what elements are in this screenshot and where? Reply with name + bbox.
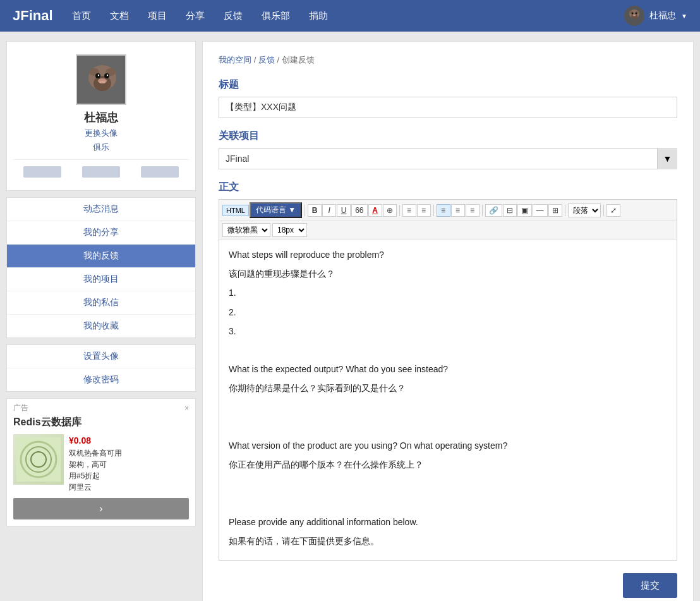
toolbar-link[interactable]: 🔗 [485, 204, 502, 217]
toolbar-list-unordered[interactable]: ≡ [417, 204, 431, 217]
toolbar-highlight[interactable]: ⊕ [383, 204, 397, 217]
ad-desc3: 用#5折起 [69, 470, 189, 482]
svg-point-6 [636, 13, 637, 15]
toolbar-format-select[interactable]: 段落 [568, 203, 601, 217]
toolbar-underline[interactable]: U [337, 204, 351, 217]
nav-club[interactable]: 俱乐部 [262, 10, 290, 22]
toolbar-align-left[interactable]: ≡ [437, 204, 450, 217]
toolbar-image[interactable]: ▣ [517, 204, 532, 217]
toolbar-unlink[interactable]: ⊟ [503, 204, 517, 217]
stat-3 [141, 166, 179, 178]
code-btn-caret: ▼ [288, 205, 296, 214]
table-icon: ⊞ [552, 206, 558, 215]
ad-title: Redis云数据库 [7, 413, 195, 429]
breadcrumb-sep2: / [277, 55, 281, 64]
toolbar-italic[interactable]: I [322, 204, 336, 217]
ad-close-icon[interactable]: × [184, 404, 189, 413]
breadcrumb-create-feedback: 创建反馈 [282, 55, 315, 64]
editor-line-3: 1. [229, 285, 667, 301]
editor-body[interactable]: What steps will reproduce the problem? 该… [219, 240, 677, 560]
toolbar-font-color[interactable]: A [368, 204, 382, 217]
toolbar-expand[interactable]: ⤢ [606, 204, 620, 217]
editor-line-16: 如果有的话，请在下面提供更多信息。 [229, 533, 667, 549]
editor-toolbar-top: HTML 代码语言 ▼ B I U 66 A ⊕ ≡ ≡ ≡ [219, 200, 677, 221]
sidebar-nav-settings: 设置头像 修改密码 [6, 344, 196, 392]
toolbar-sep-1 [305, 205, 305, 216]
toolbar-table[interactable]: ⊞ [548, 204, 562, 217]
sidebar-item-favorites[interactable]: 我的收藏 [7, 315, 195, 337]
breadcrumb: 我的空间 / 反馈 / 创建反馈 [219, 54, 677, 66]
nav-share[interactable]: 分享 [186, 10, 205, 22]
breadcrumb-myspace[interactable]: 我的空间 [219, 55, 251, 64]
editor-line-8: 你期待的结果是什么？实际看到的又是什么？ [229, 380, 667, 396]
svg-point-14 [104, 73, 109, 78]
svg-point-7 [633, 15, 636, 16]
toolbar-html-btn[interactable]: HTML [222, 205, 249, 216]
toolbar-align-center[interactable]: ≡ [451, 204, 465, 217]
sidebar-item-projects[interactable]: 我的项目 [7, 268, 195, 291]
list-ordered-icon: ≡ [407, 206, 411, 215]
title-input[interactable] [219, 97, 677, 118]
user-dropdown-caret[interactable]: ▼ [681, 13, 687, 20]
ad-image [13, 434, 64, 485]
logo[interactable]: JFinal [13, 8, 53, 24]
highlight-icon: ⊕ [387, 206, 393, 215]
align-left-icon: ≡ [441, 206, 445, 215]
toolbar-list-ordered[interactable]: ≡ [402, 204, 416, 217]
nav-donate[interactable]: 捐助 [309, 10, 328, 22]
align-right-icon: ≡ [470, 206, 474, 215]
ad-header: 广告 × [7, 399, 195, 413]
related-project-wrap: JFinal ▼ [219, 148, 677, 169]
editor-line-7: What is the expected output? What do you… [229, 361, 667, 377]
align-center-icon: ≡ [456, 206, 460, 215]
change-avatar-link[interactable]: 更换头像 [13, 128, 189, 139]
toolbar-align-right[interactable]: ≡ [466, 204, 480, 217]
svg-point-13 [95, 73, 100, 78]
toolbar-bold[interactable]: B [308, 204, 322, 217]
editor-line-2: 该问题的重现步骤是什么？ [229, 266, 667, 282]
ad-desc1: 双机热备高可用 [69, 447, 189, 459]
club-label: 俱乐 [13, 142, 189, 153]
sidebar-item-change-pwd[interactable]: 修改密码 [7, 368, 195, 391]
nav-projects[interactable]: 项目 [148, 10, 167, 22]
italic-icon: I [329, 206, 330, 215]
profile-card: 杜福忠 更换头像 俱乐 [6, 41, 196, 191]
toolbar-hr[interactable]: — [533, 204, 548, 217]
sidebar-item-messages2[interactable]: 我的私信 [7, 291, 195, 315]
editor-line-14 [229, 495, 667, 511]
content-area: 我的空间 / 反馈 / 创建反馈 标题 关联项目 JFinal ▼ 正文 HTM… [202, 41, 694, 601]
svg-rect-19 [16, 437, 61, 482]
editor-line-5: 3. [229, 324, 667, 339]
editor-line-15: Please provide any additional informatio… [229, 514, 667, 530]
toolbar-code-btn[interactable]: 代码语言 ▼ [250, 202, 302, 218]
nav-home[interactable]: 首页 [72, 10, 91, 22]
header: JFinal 首页 文档 项目 分享 反馈 俱乐部 捐助 杜福忠 ▼ [0, 0, 700, 32]
editor-wrap: HTML 代码语言 ▼ B I U 66 A ⊕ ≡ ≡ ≡ [219, 199, 677, 561]
user-area[interactable]: 杜福忠 ▼ [624, 6, 687, 26]
sidebar: 杜福忠 更换头像 俱乐 动态消息 我的分享 我的反馈 我的项目 我的私信 我的收… [6, 41, 196, 601]
sidebar-item-feedback[interactable]: 我的反馈 [7, 245, 195, 268]
sidebar-item-messages[interactable]: 动态消息 [7, 198, 195, 221]
toolbar-quote[interactable]: 66 [351, 204, 367, 217]
editor-line-11: What version of the product are you usin… [229, 438, 667, 454]
user-avatar [624, 6, 644, 26]
nav-feedback[interactable]: 反馈 [224, 10, 243, 22]
submit-button[interactable]: 提交 [623, 573, 677, 598]
ad-text: ¥0.08 双机热备高可用 架构，高可 用#5折起 阿里云 [69, 434, 189, 493]
sidebar-item-shares[interactable]: 我的分享 [7, 221, 195, 245]
submit-area: 提交 [219, 573, 677, 598]
breadcrumb-feedback[interactable]: 反馈 [258, 55, 275, 64]
editor-line-9 [229, 400, 667, 416]
body-label: 正文 [219, 181, 677, 194]
sidebar-item-set-avatar[interactable]: 设置头像 [7, 345, 195, 368]
font-size-select[interactable]: 18px [272, 223, 307, 237]
font-color-icon: A [372, 206, 378, 215]
ad-cta-button[interactable]: › [13, 498, 189, 519]
related-project-select[interactable]: JFinal [219, 148, 677, 169]
image-icon: ▣ [521, 206, 528, 215]
editor-line-4: 2. [229, 305, 667, 320]
toolbar-sep-2 [399, 205, 400, 216]
main-nav: 首页 文档 项目 分享 反馈 俱乐部 捐助 [72, 10, 625, 22]
font-name-select[interactable]: 微软雅黑 [222, 223, 270, 237]
nav-docs[interactable]: 文档 [110, 10, 129, 22]
